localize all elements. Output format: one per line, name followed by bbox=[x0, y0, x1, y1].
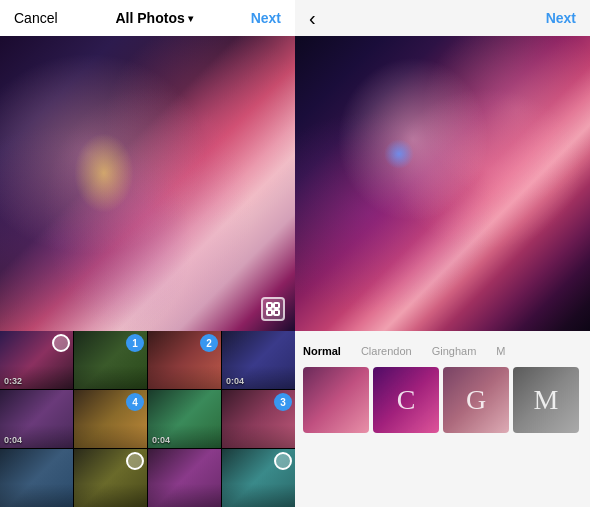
filter-section: Normal Clarendon Gingham M C G M bbox=[295, 331, 590, 441]
thumb-select-circle-1 bbox=[52, 334, 70, 352]
thumb-badge-3: 2 bbox=[200, 334, 218, 352]
thumb-duration-5: 0:04 bbox=[4, 435, 22, 445]
thumb-select-circle-10 bbox=[126, 452, 144, 470]
svg-rect-1 bbox=[274, 303, 279, 308]
filter-thumbnail-row: C G M bbox=[295, 367, 590, 433]
thumbnail-7[interactable]: 0:04 bbox=[148, 390, 221, 448]
filter-label-moon[interactable]: M bbox=[496, 345, 505, 357]
svg-rect-2 bbox=[267, 310, 272, 315]
all-photos-dropdown[interactable]: All Photos ▾ bbox=[116, 10, 193, 26]
right-header: ‹ Next bbox=[295, 0, 590, 36]
left-header: Cancel All Photos ▾ Next bbox=[0, 0, 295, 36]
thumb-image-11 bbox=[148, 449, 221, 507]
filter-label-clarendon[interactable]: Clarendon bbox=[361, 345, 412, 357]
right-preview-area bbox=[295, 36, 590, 331]
thumbnail-5[interactable]: 0:04 bbox=[0, 390, 73, 448]
thumbnail-6[interactable]: 4 bbox=[74, 390, 147, 448]
thumbnail-4[interactable]: 0:04 bbox=[222, 331, 295, 389]
filter-letter-gingham: G bbox=[443, 367, 509, 433]
filter-thumb-clarendon[interactable]: C bbox=[373, 367, 439, 433]
thumb-badge-8: 3 bbox=[274, 393, 292, 411]
filter-label-normal[interactable]: Normal bbox=[303, 345, 341, 357]
thumb-select-circle-12 bbox=[274, 452, 292, 470]
left-next-button[interactable]: Next bbox=[251, 10, 281, 26]
thumbnail-12[interactable] bbox=[222, 449, 295, 507]
thumb-duration-4: 0:04 bbox=[226, 376, 244, 386]
thumbnail-2[interactable]: 1 bbox=[74, 331, 147, 389]
thumbnail-9[interactable] bbox=[0, 449, 73, 507]
thumbnail-3[interactable]: 2 bbox=[148, 331, 221, 389]
left-panel: Cancel All Photos ▾ Next 0:32 1 bbox=[0, 0, 295, 507]
back-button[interactable]: ‹ bbox=[309, 8, 316, 28]
svg-rect-0 bbox=[267, 303, 272, 308]
expand-icon bbox=[266, 302, 280, 316]
thumb-badge-2: 1 bbox=[126, 334, 144, 352]
thumb-badge-6: 4 bbox=[126, 393, 144, 411]
filter-thumb-moon[interactable]: M bbox=[513, 367, 579, 433]
thumbnail-1[interactable]: 0:32 bbox=[0, 331, 73, 389]
all-photos-label: All Photos bbox=[116, 10, 185, 26]
filter-thumb-normal[interactable] bbox=[303, 367, 369, 433]
main-preview-area bbox=[0, 36, 295, 331]
thumbnail-11[interactable] bbox=[148, 449, 221, 507]
filter-preview-normal bbox=[303, 367, 369, 433]
right-preview-image bbox=[295, 36, 590, 331]
thumb-duration-1: 0:32 bbox=[4, 376, 22, 386]
thumb-image-9 bbox=[0, 449, 73, 507]
cancel-button[interactable]: Cancel bbox=[14, 10, 58, 26]
filter-letter-clarendon: C bbox=[373, 367, 439, 433]
main-preview-image bbox=[0, 36, 295, 331]
thumbnail-8[interactable]: 3 bbox=[222, 390, 295, 448]
filter-label-gingham[interactable]: Gingham bbox=[432, 345, 477, 357]
thumbnail-10[interactable] bbox=[74, 449, 147, 507]
svg-rect-3 bbox=[274, 310, 279, 315]
chevron-down-icon: ▾ bbox=[188, 13, 193, 24]
filter-label-row: Normal Clarendon Gingham M bbox=[295, 345, 590, 357]
filter-letter-moon: M bbox=[513, 367, 579, 433]
right-panel: ‹ Next Normal Clarendon Gingham M C G bbox=[295, 0, 590, 507]
expand-button[interactable] bbox=[261, 297, 285, 321]
thumbnail-grid: 0:32 1 2 0:04 0:04 4 0:04 3 bbox=[0, 331, 295, 507]
thumb-duration-7: 0:04 bbox=[152, 435, 170, 445]
right-next-button[interactable]: Next bbox=[546, 10, 576, 26]
filter-thumb-gingham[interactable]: G bbox=[443, 367, 509, 433]
